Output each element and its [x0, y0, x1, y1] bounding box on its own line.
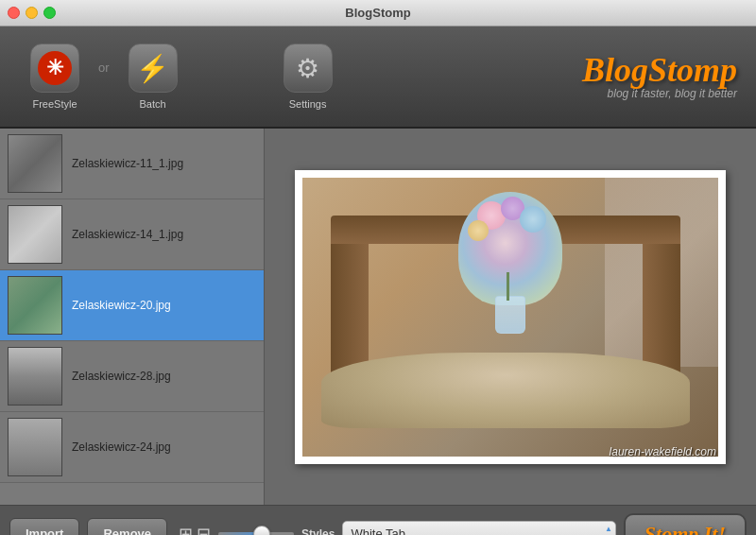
- bottom-bar: Import Remove ⊞ ⊟ Styles White Tab Black…: [0, 505, 756, 535]
- file-name: Zelaskiewicz-14_1.jpg: [72, 228, 183, 241]
- freestyle-button[interactable]: ✳ FreeStyle: [19, 36, 91, 117]
- file-name: Zelaskiewicz-20.jpg: [72, 299, 171, 312]
- close-button[interactable]: [8, 7, 20, 19]
- list-item[interactable]: Zelaskiewicz-24.jpg: [0, 412, 264, 483]
- list-item[interactable]: Zelaskiewicz-14_1.jpg: [0, 199, 264, 270]
- preview-panel: lauren-wakefield.com: [265, 129, 756, 505]
- logo-title: BlogStomp: [582, 53, 737, 87]
- window-title: BlogStomp: [345, 6, 410, 20]
- thumb-image: [9, 135, 61, 192]
- thumbnail: [8, 205, 62, 264]
- size-slider[interactable]: [218, 532, 294, 536]
- file-list-panel: Zelaskiewicz-11_1.jpg Zelaskiewicz-14_1.…: [0, 129, 265, 505]
- title-bar: BlogStomp: [0, 0, 756, 26]
- logo: BlogStomp blog it faster, blog it better: [582, 53, 737, 100]
- freestyle-icon-circle: ✳: [30, 43, 79, 93]
- preview-watermark: lauren-wakefield.com: [610, 445, 716, 458]
- stomp-it-button[interactable]: Stomp It!: [624, 513, 747, 536]
- grid-icons: ⊞ ⊟: [179, 524, 211, 536]
- toolbar: ✳ FreeStyle or ⚡ Batch ⚙ Settings BlogSt…: [0, 26, 756, 129]
- freestyle-icon: ✳: [38, 51, 72, 85]
- import-button[interactable]: Import: [9, 518, 79, 536]
- settings-label: Settings: [289, 98, 327, 110]
- preview-image-container: lauren-wakefield.com: [295, 170, 726, 464]
- settings-button[interactable]: ⚙ Settings: [272, 36, 344, 117]
- batch-label: Batch: [139, 98, 165, 110]
- settings-icon: ⚙: [296, 53, 319, 84]
- thumbnail: [8, 418, 62, 476]
- thumb-image: [9, 277, 61, 334]
- grid-large-icon[interactable]: ⊟: [197, 524, 211, 536]
- slider-container: [218, 532, 294, 536]
- file-list[interactable]: Zelaskiewicz-11_1.jpg Zelaskiewicz-14_1.…: [0, 129, 264, 505]
- preview-image: [302, 178, 718, 457]
- thumb-image: [9, 206, 61, 263]
- grid-small-icon[interactable]: ⊞: [179, 524, 193, 536]
- thumb-image: [9, 348, 61, 405]
- settings-icon-circle: ⚙: [284, 43, 333, 93]
- batch-icon-circle: ⚡: [129, 43, 178, 93]
- thumb-image: [9, 419, 61, 475]
- or-label: or: [98, 60, 110, 75]
- file-name: Zelaskiewicz-28.jpg: [72, 370, 171, 383]
- list-item[interactable]: Zelaskiewicz-28.jpg: [0, 341, 264, 412]
- styles-label: Styles: [301, 527, 335, 536]
- list-item[interactable]: Zelaskiewicz-11_1.jpg: [0, 129, 264, 199]
- styles-select[interactable]: White Tab Black Tab Clean White Dark Fra…: [342, 521, 615, 536]
- remove-button[interactable]: Remove: [87, 518, 167, 536]
- batch-button[interactable]: ⚡ Batch: [117, 36, 189, 117]
- thumbnail: [8, 134, 62, 193]
- logo-subtitle: blog it faster, blog it better: [582, 87, 737, 100]
- maximize-button[interactable]: [43, 7, 56, 19]
- freestyle-label: FreeStyle: [32, 98, 77, 110]
- thumbnail: [8, 347, 62, 406]
- file-name: Zelaskiewicz-24.jpg: [72, 440, 171, 454]
- toolbar-group: ✳ FreeStyle or ⚡ Batch ⚙ Settings: [19, 36, 344, 117]
- batch-icon: ⚡: [136, 53, 169, 84]
- main-content: Zelaskiewicz-11_1.jpg Zelaskiewicz-14_1.…: [0, 129, 756, 505]
- list-item[interactable]: Zelaskiewicz-20.jpg: [0, 270, 264, 341]
- file-name: Zelaskiewicz-11_1.jpg: [72, 157, 183, 170]
- styles-select-container: White Tab Black Tab Clean White Dark Fra…: [342, 521, 615, 536]
- thumbnail: [8, 276, 62, 335]
- traffic-lights: [8, 7, 56, 19]
- minimize-button[interactable]: [26, 7, 38, 19]
- stomp-it-label: Stomp It!: [644, 522, 726, 536]
